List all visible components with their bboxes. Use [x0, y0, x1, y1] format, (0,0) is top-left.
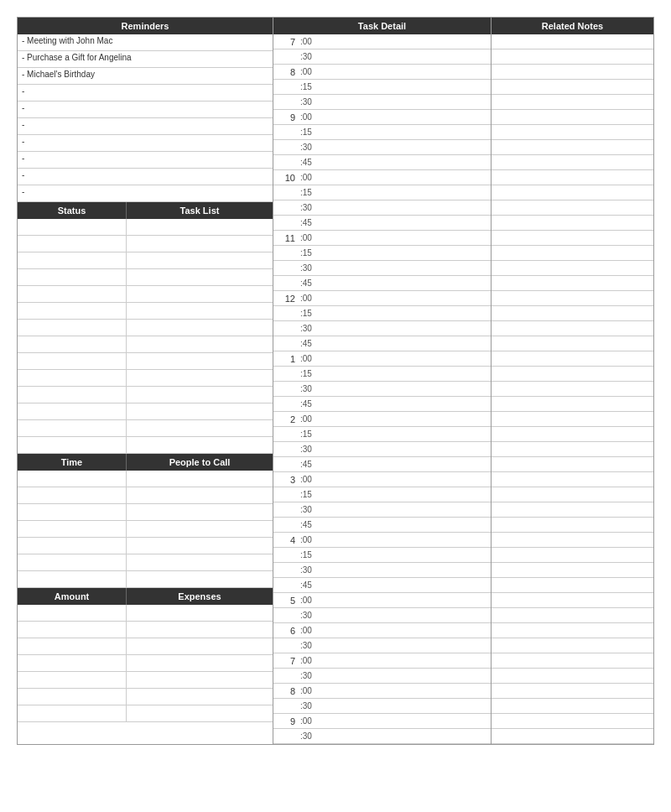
time-slot-row: :30 [273, 321, 491, 336]
time-slot-row: 1:00 [273, 351, 491, 367]
related-notes-header: Related Notes [492, 18, 653, 34]
note-row [492, 608, 653, 623]
note-row [492, 653, 653, 669]
minute-label: :30 [299, 203, 322, 212]
time-slot-row: 12:00 [273, 291, 491, 306]
time-slot-row: :30 [273, 699, 491, 714]
minute-label: :00 [299, 37, 322, 46]
hour-label: 7 [273, 656, 299, 666]
time-slot-row: :30 [273, 140, 491, 155]
note-row [492, 200, 653, 216]
time-slot-row: :30 [273, 608, 491, 623]
time-slot-row: 6:00 [273, 623, 491, 638]
minute-label: :30 [299, 143, 322, 152]
expense-row [18, 705, 273, 722]
expense-row [18, 672, 273, 689]
time-slot-row: :45 [273, 578, 491, 593]
time-slot-row: :15 [273, 487, 491, 502]
note-row [492, 170, 653, 185]
time-header: Time [18, 454, 127, 471]
reminder-item: - [18, 118, 273, 135]
right-column: Related Notes [492, 18, 653, 744]
reminder-item: - [18, 102, 273, 118]
note-row [492, 714, 653, 729]
note-row [492, 518, 653, 533]
task-row [18, 387, 273, 403]
note-row [492, 125, 653, 140]
hour-label: 3 [273, 475, 299, 485]
minute-label: :30 [299, 641, 322, 650]
minute-label: :45 [299, 520, 322, 529]
minute-label: :30 [299, 611, 322, 620]
task-row [18, 252, 273, 269]
left-column: Reminders - Meeting with John Mac - Purc… [18, 18, 273, 744]
peoplecall-header-label: People to Call [127, 454, 273, 471]
minute-label: :00 [299, 354, 322, 363]
time-slot-row: :30 [273, 442, 491, 457]
minute-label: :30 [299, 701, 322, 710]
time-slots: 7:00:308:00:15:309:00:15:30:4510:00:15:3… [273, 34, 491, 744]
minute-label: :15 [299, 490, 322, 499]
time-slot-row: 11:00 [273, 231, 491, 246]
task-row [18, 370, 273, 387]
note-row [492, 321, 653, 336]
time-slot-row: 9:00 [273, 714, 491, 729]
hour-label: 4 [273, 535, 299, 545]
task-row [18, 236, 273, 252]
minute-label: :00 [299, 686, 322, 695]
note-row [492, 472, 653, 487]
time-slot-row: :15 [273, 185, 491, 200]
minute-label: :15 [299, 128, 322, 137]
time-slot-row: :30 [273, 200, 491, 216]
time-slot-row: :15 [273, 548, 491, 563]
expense-row [18, 605, 273, 622]
minute-label: :45 [299, 339, 322, 348]
hour-label: 11 [273, 233, 299, 243]
note-row [492, 669, 653, 684]
note-row [492, 533, 653, 548]
note-row [492, 563, 653, 578]
minute-label: :30 [299, 505, 322, 514]
minute-label: :45 [299, 158, 322, 167]
note-row [492, 306, 653, 321]
task-row [18, 303, 273, 320]
hour-label: 6 [273, 626, 299, 636]
minute-label: :00 [299, 475, 322, 484]
call-row [18, 487, 273, 504]
time-slot-row: 8:00 [273, 65, 491, 80]
hour-label: 2 [273, 414, 299, 424]
note-row [492, 140, 653, 155]
task-row [18, 437, 273, 454]
tasklist-header-label: Task List [127, 202, 273, 219]
expenses-section: Amount Expenses [18, 588, 273, 722]
hour-label: 8 [273, 686, 299, 696]
expense-row [18, 655, 273, 672]
peoplecall-section: Time People to Call [18, 454, 273, 588]
time-slot-row: :45 [273, 276, 491, 291]
minute-label: :00 [299, 173, 322, 182]
hour-label: 1 [273, 354, 299, 364]
minute-label: :00 [299, 112, 322, 122]
time-slot-row: :30 [273, 729, 491, 744]
tasklist-header: Status Task List [18, 202, 273, 219]
note-row [492, 638, 653, 653]
notes-rows [492, 34, 653, 744]
note-row [492, 246, 653, 261]
reminder-item: - [18, 185, 273, 202]
minute-label: :45 [299, 580, 322, 590]
note-row [492, 34, 653, 49]
minute-label: :30 [299, 263, 322, 273]
minute-label: :15 [299, 550, 322, 560]
note-row [492, 578, 653, 593]
task-row [18, 320, 273, 336]
hour-label: 8 [273, 67, 299, 77]
hour-label: 10 [273, 173, 299, 183]
hour-label: 9 [273, 112, 299, 122]
minute-label: :30 [299, 97, 322, 107]
time-slot-row: :45 [273, 397, 491, 412]
minute-label: :30 [299, 671, 322, 680]
time-slot-row: 10:00 [273, 170, 491, 185]
time-slot-row: :30 [273, 638, 491, 653]
note-row [492, 155, 653, 170]
minute-label: :45 [299, 399, 322, 409]
